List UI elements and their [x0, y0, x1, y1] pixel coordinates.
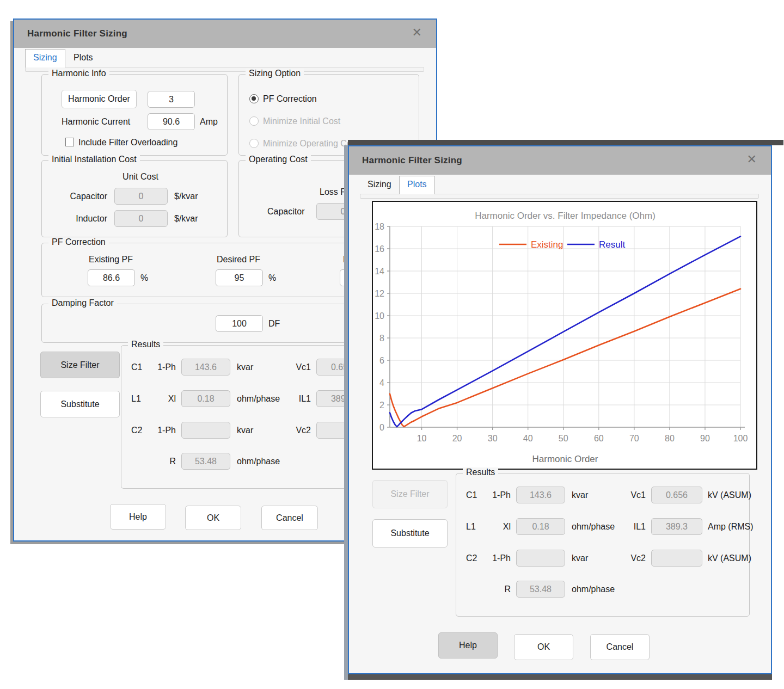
svg-text:8: 8 [379, 334, 384, 343]
tab-strip-divider [360, 194, 759, 199]
desired-pf-input[interactable]: 95 [216, 269, 263, 286]
tab-plots[interactable]: Plots [399, 176, 435, 194]
result-unit-2: kV (ASUM) [708, 487, 751, 503]
group-harmonic-info: Harmonic Info Harmonic Order 3 Harmonic … [41, 74, 228, 156]
radio-pf-correction[interactable] [249, 94, 259, 103]
dialog-title: Harmonic Filter Sizing [362, 155, 462, 166]
result-name: L1 [131, 390, 150, 407]
svg-text:Harmonic Order vs. Filter Impe: Harmonic Order vs. Filter Impedance (Ohm… [475, 211, 656, 221]
result-phase: R [482, 581, 511, 598]
harmonic-order-button[interactable]: Harmonic Order [62, 90, 137, 108]
close-icon[interactable]: ✕ [747, 152, 757, 167]
svg-text:60: 60 [594, 434, 604, 443]
result-row-l1: L1 Xl 0.18 ohm/phase IL1 389.3 Amp (RMS) [456, 518, 749, 535]
result-name: C2 [131, 422, 150, 439]
harmonic-order-input[interactable]: 3 [148, 91, 195, 108]
svg-text:10: 10 [375, 311, 384, 321]
ok-button[interactable]: OK [185, 506, 241, 530]
dialog-title: Harmonic Filter Sizing [27, 28, 127, 39]
size-filter-button[interactable]: Size Filter [40, 352, 120, 378]
result-unit-2: kV (ASUM) [708, 550, 751, 567]
result-name: C1 [131, 359, 150, 376]
dialog-shadow [344, 674, 772, 680]
svg-text:10: 10 [417, 434, 427, 443]
tab-sizing[interactable]: Sizing [25, 49, 65, 67]
result-value-field: 53.48 [516, 581, 565, 598]
close-icon[interactable]: ✕ [412, 26, 422, 40]
tab-sizing[interactable]: Sizing [360, 176, 399, 193]
result-phase: 1-Ph [482, 550, 511, 567]
svg-text:70: 70 [629, 434, 639, 443]
capacitor-label: Capacitor [58, 188, 107, 205]
radio-pf-correction-label: PF Correction [263, 90, 317, 107]
result-name-2: Vc1 [285, 359, 311, 376]
substitute-button[interactable]: Substitute [372, 519, 448, 547]
cancel-button[interactable]: Cancel [590, 634, 650, 660]
harmonic-current-input[interactable]: 90.6 [148, 113, 195, 130]
help-button[interactable]: Help [110, 504, 166, 530]
result-unit: ohm/phase [237, 453, 280, 470]
radio-minimize-operating-cost [249, 139, 259, 148]
titlebar[interactable]: Harmonic Filter Sizing ✕ [349, 146, 771, 175]
capacitor-label: Capacitor [267, 203, 304, 220]
result-value-field-2: 0.656 [651, 487, 702, 503]
svg-text:50: 50 [559, 434, 568, 443]
desired-pf-label: Desired PF [217, 251, 260, 268]
svg-text:Result: Result [599, 239, 625, 250]
titlebar[interactable]: Harmonic Filter Sizing ✕ [14, 20, 436, 48]
capacitor-cost-input: 0 [114, 188, 168, 205]
cancel-button[interactable]: Cancel [261, 506, 318, 530]
group-label: Results [463, 467, 498, 477]
desktop: Harmonic Filter Sizing ✕ Sizing Plots Ha… [0, 0, 784, 689]
result-name: C1 [466, 487, 485, 503]
result-name: L1 [466, 518, 485, 535]
damping-factor-input[interactable]: 100 [216, 315, 263, 332]
result-value-field [181, 422, 230, 439]
impedance-chart-svg: 102030405060708090100024681012141618Harm… [373, 202, 756, 469]
result-phase: 1-Ph [482, 487, 511, 503]
inductor-cost-input: 0 [114, 210, 168, 227]
chart-panel: 102030405060708090100024681012141618Harm… [372, 201, 757, 470]
svg-text:0: 0 [379, 423, 384, 432]
help-button[interactable]: Help [438, 632, 498, 659]
inductor-label: Inductor [58, 210, 107, 227]
svg-text:2: 2 [379, 401, 384, 410]
group-results: Results C1 1-Ph 143.6 kvar Vc1 0.656 kV … [456, 473, 750, 617]
result-phase: Xl [148, 390, 176, 407]
result-value-field: 143.6 [181, 359, 230, 376]
result-phase: 1-Ph [148, 422, 176, 439]
radio-minimize-initial-cost-label: Minimize Initial Cost [263, 113, 340, 130]
svg-text:40: 40 [523, 434, 533, 443]
result-value-field-2 [651, 550, 702, 567]
result-unit: kvar [237, 359, 253, 376]
result-value-field: 143.6 [516, 487, 565, 503]
result-phase: Xl [482, 518, 511, 535]
result-name-2: Vc2 [620, 550, 646, 567]
result-unit-2: Amp (RMS) [708, 518, 754, 535]
substitute-button[interactable]: Substitute [40, 391, 120, 417]
svg-text:80: 80 [665, 434, 675, 443]
result-value-field: 53.48 [181, 453, 230, 470]
existing-pf-input[interactable]: 86.6 [88, 269, 135, 286]
ok-button[interactable]: OK [514, 634, 573, 660]
capacitor-cost-unit: $/kvar [174, 188, 198, 205]
svg-text:4: 4 [379, 378, 384, 387]
svg-text:30: 30 [488, 434, 498, 443]
group-label: Initial Installation Cost [48, 155, 140, 164]
result-name-2: IL1 [285, 390, 311, 407]
damping-factor-unit: DF [268, 315, 280, 332]
svg-text:6: 6 [379, 356, 384, 365]
result-name-2: Vc2 [285, 422, 311, 439]
group-label: PF Correction [48, 237, 109, 247]
result-row-r: R 53.48 ohm/phase [456, 581, 749, 598]
group-label: Results [128, 340, 163, 349]
result-row-c1: C1 1-Ph 143.6 kvar Vc1 0.656 kV (ASUM) [456, 487, 749, 503]
result-name-2: IL1 [620, 518, 646, 535]
result-unit: kvar [572, 550, 588, 567]
result-phase: R [148, 453, 176, 470]
svg-text:16: 16 [375, 244, 384, 254]
result-value-field-2: 389.3 [651, 518, 702, 535]
tab-plots[interactable]: Plots [66, 50, 101, 66]
include-filter-overloading-checkbox[interactable] [65, 138, 74, 146]
svg-text:Existing: Existing [531, 239, 564, 250]
